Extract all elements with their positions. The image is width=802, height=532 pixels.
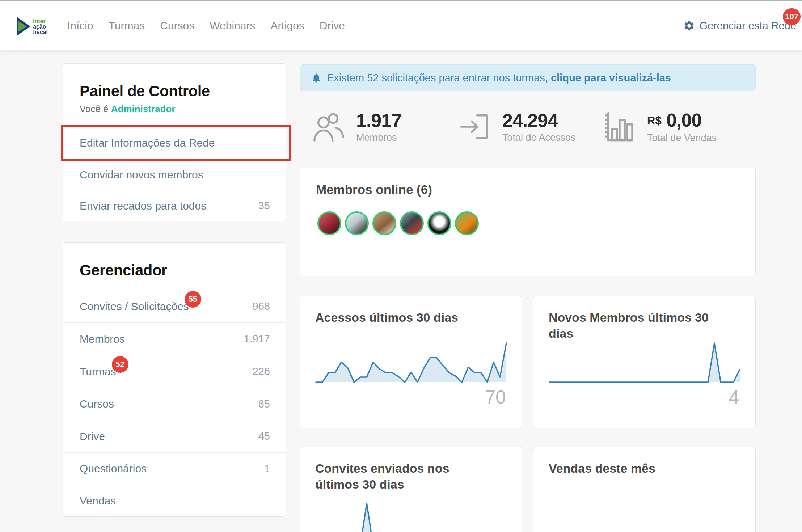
- member-avatar[interactable]: [345, 211, 369, 235]
- control-panel-card: Painel de Controle Você é Administrador …: [63, 63, 286, 221]
- join-requests-alert[interactable]: Existem 52 solicitações para entrar nos …: [300, 64, 756, 91]
- stat-value: R$ 0,00: [647, 110, 717, 131]
- admin-dashboard: inter ação fiscal Início Turmas Cursos W…: [0, 0, 802, 532]
- item-count: 1.917: [244, 333, 270, 345]
- role-label: Administrador: [111, 104, 176, 114]
- manage-notification-badge: 107: [783, 8, 801, 25]
- chart-card-vendas-mes: Vendas deste mês: [533, 447, 756, 532]
- item-count: 85: [258, 398, 270, 410]
- stat-membros: 1.917 Membros: [311, 109, 401, 145]
- chart-title: Acessos últimos 30 dias: [315, 309, 493, 325]
- item-count: 226: [253, 366, 270, 377]
- main-nav: Início Turmas Cursos Webinars Artigos Dr…: [67, 1, 345, 50]
- notification-badge: 52: [112, 356, 128, 373]
- convites-area-chart: [315, 502, 507, 532]
- nav-item-artigos[interactable]: Artigos: [270, 20, 304, 32]
- online-members-card: Membros online (6): [300, 168, 756, 276]
- currency-prefix: R$: [647, 114, 662, 127]
- manager-card: Gerenciador Convites / Solicitações 55 9…: [63, 242, 286, 517]
- member-avatar[interactable]: [400, 211, 424, 235]
- member-avatar[interactable]: [427, 211, 451, 235]
- nav-item-inicio[interactable]: Início: [67, 20, 93, 32]
- stat-label: Membros: [356, 132, 401, 143]
- subtitle-prefix: Você é: [80, 104, 111, 114]
- item-count: 45: [258, 430, 270, 442]
- login-arrow-icon: [457, 109, 493, 145]
- brand-wordmark: inter ação fiscal: [33, 18, 48, 35]
- sidebar-item-cursos[interactable]: Cursos 85: [63, 388, 286, 420]
- member-avatar[interactable]: [317, 211, 341, 235]
- stat-label: Total de Vendas: [647, 132, 717, 144]
- chart-max-value: 70: [485, 386, 506, 408]
- sidebar-item-turmas[interactable]: Turmas 52 226: [63, 355, 286, 388]
- chart-title: Novos Membros últimos 30 dias: [549, 309, 726, 341]
- acessos-area-chart: [315, 342, 507, 383]
- item-count: 968: [253, 300, 270, 312]
- bar-chart-icon: [602, 109, 638, 145]
- play-triangle-logo-icon: [17, 17, 31, 36]
- chart-card-acessos: Acessos últimos 30 dias 70: [300, 296, 522, 428]
- nav-item-drive[interactable]: Drive: [320, 20, 345, 32]
- member-avatar[interactable]: [455, 211, 479, 235]
- manage-network-label: Gerenciar esta Rede: [699, 20, 796, 32]
- bell-icon: [311, 72, 322, 83]
- manage-network-link[interactable]: Gerenciar esta Rede 107: [683, 1, 796, 50]
- nav-item-turmas[interactable]: Turmas: [109, 20, 145, 32]
- sidebar-item-drive[interactable]: Drive 45: [63, 420, 286, 452]
- members-icon: [311, 109, 347, 145]
- sidebar-item-convites-solicitacoes[interactable]: Convites / Solicitações 55 968: [63, 290, 286, 322]
- vendas-area-chart: [549, 447, 740, 491]
- chart-card-novos-membros: Novos Membros últimos 30 dias 4: [533, 296, 756, 428]
- member-avatar[interactable]: [372, 211, 396, 235]
- item-count: 35: [258, 200, 270, 212]
- item-count: 1: [264, 463, 270, 475]
- panel-subtitle: Você é Administrador: [80, 104, 269, 115]
- top-navbar: inter ação fiscal Início Turmas Cursos W…: [0, 1, 802, 51]
- stat-label: Total de Acessos: [502, 132, 576, 143]
- online-members-title: Membros online (6): [316, 182, 432, 197]
- stat-value: 1.917: [356, 110, 401, 131]
- stat-total-acessos: 24.294 Total de Acessos: [457, 109, 576, 145]
- chart-title: Convites enviados nos últimos 30 dias: [315, 460, 493, 492]
- chart-card-convites-enviados: Convites enviados nos últimos 30 dias: [300, 447, 522, 532]
- brand-logo[interactable]: inter ação fiscal: [17, 17, 48, 36]
- gear-icon: [683, 20, 695, 31]
- alert-action-link[interactable]: clique para visualizá-las: [551, 72, 671, 84]
- panel-title: Painel de Controle: [80, 83, 269, 100]
- online-avatars-row: [317, 211, 479, 235]
- stat-value: 24.294: [502, 110, 576, 131]
- manager-title: Gerenciador: [80, 262, 269, 279]
- sidebar-item-editar-informacoes[interactable]: Editar Informações da Rede: [63, 127, 286, 159]
- notification-badge: 55: [185, 291, 201, 308]
- nav-item-webinars[interactable]: Webinars: [210, 20, 255, 32]
- sidebar-item-questionarios[interactable]: Questionários 1: [63, 452, 286, 485]
- sidebar-item-convidar-membros[interactable]: Convidar novos membros: [63, 159, 286, 190]
- novos-membros-area-chart: [549, 342, 740, 383]
- chart-max-value: 4: [729, 386, 739, 408]
- sidebar-item-enviar-recados[interactable]: Enviar recados para todos 35: [63, 190, 286, 221]
- sidebar-item-vendas[interactable]: Vendas: [63, 485, 286, 517]
- alert-message: Existem 52 solicitações para entrar nos …: [327, 72, 551, 84]
- nav-item-cursos[interactable]: Cursos: [160, 20, 194, 32]
- sidebar-item-membros[interactable]: Membros 1.917: [63, 322, 286, 355]
- stat-total-vendas: R$ 0,00 Total de Vendas: [602, 109, 717, 145]
